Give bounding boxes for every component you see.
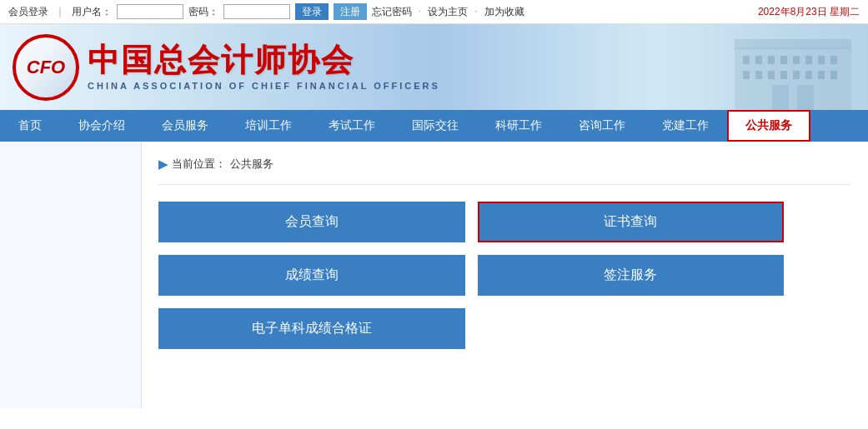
svg-rect-13: [793, 71, 800, 79]
header-logo: CFO 中国总会计师协会 CHINA ASSOCIATION OF CHIEF …: [13, 34, 440, 101]
svg-rect-7: [818, 56, 825, 64]
nav-member-service[interactable]: 会员服务: [143, 110, 227, 142]
svg-rect-12: [780, 71, 787, 79]
main-content: ▶ 当前位置： 公共服务 会员查询 证书查询 成绩查询 签注服务 电子单科成绩合…: [142, 142, 868, 408]
title-english: CHINA ASSOCIATION OF CHIEF FINANCIAL OFF…: [88, 81, 440, 91]
nav-international[interactable]: 国际交往: [394, 110, 477, 142]
svg-rect-15: [818, 71, 825, 79]
nav-consulting[interactable]: 咨询工作: [560, 110, 644, 142]
nav-party[interactable]: 党建工作: [644, 110, 727, 142]
svg-rect-19: [735, 39, 851, 49]
score-query-button[interactable]: 成绩查询: [158, 255, 465, 296]
svg-rect-18: [797, 85, 814, 110]
svg-rect-5: [793, 56, 800, 64]
nav-training[interactable]: 培训工作: [227, 110, 310, 142]
navigation: 首页 协会介绍 会员服务 培训工作 考试工作 国际交往 科研工作 咨询工作 党建…: [0, 110, 868, 142]
member-login-label: 会员登录: [8, 5, 48, 19]
add-favorites-link[interactable]: 加为收藏: [484, 5, 524, 19]
cfo-logo: CFO: [13, 34, 79, 101]
building-decoration: [701, 24, 868, 110]
nav-exam[interactable]: 考试工作: [310, 110, 394, 142]
breadcrumb-current: 公共服务: [230, 157, 273, 172]
breadcrumb: ▶ 当前位置： 公共服务: [158, 150, 851, 185]
forgot-pwd-link[interactable]: 忘记密码: [372, 5, 412, 19]
set-homepage-link[interactable]: 设为主页: [428, 5, 468, 19]
title-chinese: 中国总会计师协会: [88, 43, 440, 78]
password-label: 密码：: [188, 5, 218, 19]
sidebar: [0, 142, 142, 408]
svg-rect-9: [743, 71, 750, 79]
register-button[interactable]: 注册: [334, 3, 367, 20]
nav-research[interactable]: 科研工作: [477, 110, 560, 142]
password-input[interactable]: [223, 4, 290, 19]
svg-rect-10: [755, 71, 762, 79]
username-label: 用户名：: [72, 5, 112, 19]
certificate-query-button[interactable]: 证书查询: [478, 202, 785, 242]
header-banner: CFO 中国总会计师协会 CHINA ASSOCIATION OF CHIEF …: [0, 24, 868, 110]
svg-rect-8: [830, 56, 837, 64]
visa-service-button[interactable]: 签注服务: [478, 255, 785, 296]
top-bar: 会员登录 ｜ 用户名： 密码： 登录 注册 忘记密码 · 设为主页 · 加为收藏…: [0, 0, 868, 24]
breadcrumb-label: 当前位置：: [172, 157, 226, 172]
service-grid: 会员查询 证书查询 成绩查询 签注服务 电子单科成绩合格证: [158, 202, 784, 349]
member-query-button[interactable]: 会员查询: [158, 202, 465, 242]
svg-rect-6: [805, 56, 812, 64]
date-display: 2022年8月23日 星期二: [758, 5, 860, 19]
header-title: 中国总会计师协会 CHINA ASSOCIATION OF CHIEF FINA…: [88, 43, 440, 92]
content-wrapper: ▶ 当前位置： 公共服务 会员查询 证书查询 成绩查询 签注服务 电子单科成绩合…: [0, 142, 868, 408]
nav-intro[interactable]: 协会介绍: [60, 110, 143, 142]
svg-rect-17: [772, 85, 789, 110]
svg-rect-3: [768, 56, 775, 64]
svg-rect-16: [830, 71, 837, 79]
login-button[interactable]: 登录: [295, 3, 329, 20]
nav-home[interactable]: 首页: [0, 110, 60, 142]
username-input[interactable]: [117, 4, 183, 19]
svg-rect-1: [743, 56, 750, 64]
svg-rect-11: [768, 71, 775, 79]
quick-links: 忘记密码 · 设为主页 · 加为收藏: [372, 5, 524, 19]
sep1: ｜: [55, 5, 65, 19]
nav-public-service[interactable]: 公共服务: [727, 110, 810, 142]
svg-rect-4: [780, 56, 787, 64]
svg-rect-2: [755, 56, 762, 64]
svg-rect-14: [805, 71, 812, 79]
breadcrumb-arrow: ▶: [158, 157, 168, 171]
single-subject-cert-button[interactable]: 电子单科成绩合格证: [158, 308, 465, 349]
